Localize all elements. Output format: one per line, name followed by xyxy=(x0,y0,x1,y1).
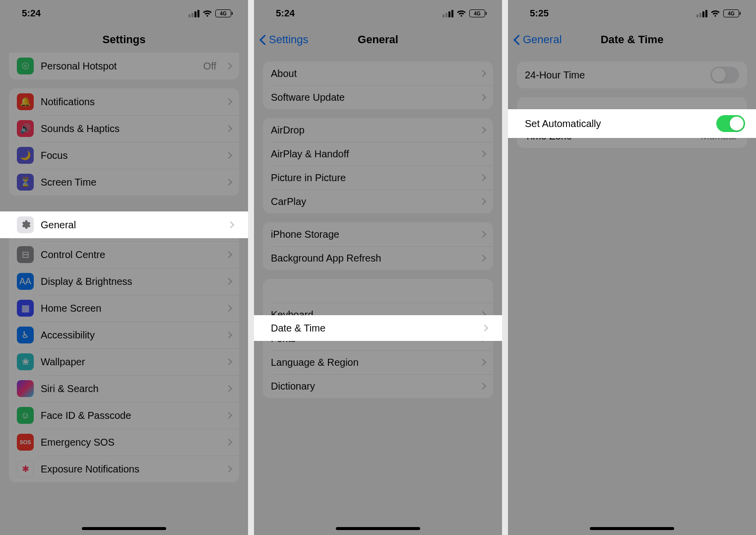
chevron-right-icon xyxy=(225,466,232,472)
settings-list[interactable]: ⦾ Personal Hotspot Off 🔔 Notifications 🔊… xyxy=(0,53,248,512)
chevron-right-icon xyxy=(225,98,232,105)
chevron-right-icon xyxy=(479,255,486,262)
chevron-right-icon xyxy=(479,174,486,181)
highlight-general: General xyxy=(0,211,248,238)
row-label: Exposure Notifications xyxy=(41,464,219,475)
row-24-hour-time[interactable]: 24-Hour Time xyxy=(517,62,747,88)
battery-icon: 4G xyxy=(215,9,231,17)
chevron-right-icon xyxy=(225,251,232,258)
chevron-left-icon xyxy=(515,34,522,45)
toggle-24-hour[interactable] xyxy=(710,67,739,83)
status-bar: 5:24 4G xyxy=(254,0,502,27)
row-label: Background App Refresh xyxy=(271,253,473,264)
row-home-screen[interactable]: ▦ Home Screen xyxy=(9,295,239,322)
row-general[interactable]: General xyxy=(0,211,248,238)
row-control-centre[interactable]: ⊟ Control Centre xyxy=(9,241,239,268)
row-airplay-handoff[interactable]: AirPlay & Handoff xyxy=(263,142,493,166)
row-wallpaper[interactable]: ❀ Wallpaper xyxy=(9,348,239,375)
status-time: 5:24 xyxy=(276,8,295,19)
row-emergency-sos[interactable]: SOS Emergency SOS xyxy=(9,429,239,456)
row-siri-search[interactable]: Siri & Search xyxy=(9,375,239,402)
display-icon: AA xyxy=(17,273,34,290)
chevron-right-icon xyxy=(479,94,486,101)
gear-icon xyxy=(17,216,34,233)
cellular-signal-icon xyxy=(189,10,199,17)
chevron-right-icon xyxy=(479,70,486,77)
row-label: Emergency SOS xyxy=(41,437,219,448)
battery-icon: 4G xyxy=(469,9,485,17)
row-airdrop[interactable]: AirDrop xyxy=(263,118,493,142)
row-accessibility[interactable]: ♿︎ Accessibility xyxy=(9,322,239,348)
row-software-update[interactable]: Software Update xyxy=(263,85,493,109)
row-set-automatically[interactable]: Set Automatically xyxy=(508,109,756,138)
row-label: Accessibility xyxy=(41,330,219,341)
toggle-set-automatically[interactable] xyxy=(716,115,745,132)
row-label: 24-Hour Time xyxy=(525,69,703,81)
chevron-right-icon xyxy=(481,325,488,332)
chevron-right-icon xyxy=(225,332,232,338)
chevron-right-icon xyxy=(479,127,486,134)
row-label: Set Automatically xyxy=(525,118,709,130)
home-screen-icon: ▦ xyxy=(17,300,34,317)
notifications-icon: 🔔 xyxy=(17,93,34,110)
row-label: Picture in Picture xyxy=(271,172,473,184)
row-screen-time[interactable]: ⏳ Screen Time xyxy=(9,169,239,196)
chevron-right-icon xyxy=(225,278,232,285)
row-about[interactable]: About xyxy=(263,62,493,85)
row-notifications[interactable]: 🔔 Notifications xyxy=(9,88,239,115)
row-label: Face ID & Passcode xyxy=(41,410,219,421)
row-dictionary[interactable]: Dictionary xyxy=(263,374,493,398)
row-date-time[interactable]: Date & Time xyxy=(254,315,502,341)
panel-general: 5:24 4G Settings General About Software … xyxy=(254,0,502,535)
face-id-icon: ☺︎ xyxy=(17,407,34,424)
accessibility-icon: ♿︎ xyxy=(17,327,34,343)
row-picture-in-picture[interactable]: Picture in Picture xyxy=(263,166,493,190)
row-exposure-notifications[interactable]: ✱ Exposure Notifications xyxy=(9,456,239,482)
home-indicator[interactable] xyxy=(590,527,674,530)
status-bar: 5:25 4G xyxy=(508,0,756,27)
general-list[interactable]: About Software Update AirDrop AirPlay & … xyxy=(254,62,502,428)
status-time: 5:25 xyxy=(530,8,549,19)
status-right: 4G xyxy=(696,9,739,17)
chevron-right-icon xyxy=(225,125,232,132)
page-title: General xyxy=(358,33,398,46)
row-label: AirPlay & Handoff xyxy=(271,148,473,160)
focus-icon: 🌙 xyxy=(17,147,34,164)
row-sounds-haptics[interactable]: 🔊 Sounds & Haptics xyxy=(9,115,239,142)
chevron-right-icon xyxy=(225,439,232,446)
back-label: Settings xyxy=(269,33,309,46)
row-label: Control Centre xyxy=(41,249,219,261)
battery-icon: 4G xyxy=(723,9,739,17)
chevron-right-icon xyxy=(479,359,486,366)
row-focus[interactable]: 🌙 Focus xyxy=(9,142,239,169)
row-carplay[interactable]: CarPlay xyxy=(263,190,493,213)
chevron-right-icon xyxy=(225,385,232,392)
home-indicator[interactable] xyxy=(82,527,166,530)
back-button[interactable]: General xyxy=(515,33,562,46)
row-language-region[interactable]: Language & Region xyxy=(263,350,493,374)
home-indicator[interactable] xyxy=(336,527,420,530)
row-value: Off xyxy=(203,61,216,72)
row-background-app-refresh[interactable]: Background App Refresh xyxy=(263,246,493,270)
row-label: Display & Brightness xyxy=(41,276,219,287)
row-label: Siri & Search xyxy=(41,383,219,395)
row-face-id[interactable]: ☺︎ Face ID & Passcode xyxy=(9,402,239,429)
cellular-signal-icon xyxy=(696,10,707,17)
row-iphone-storage[interactable]: iPhone Storage xyxy=(263,222,493,246)
row-label: Home Screen xyxy=(41,303,219,314)
control-centre-icon: ⊟ xyxy=(17,246,34,263)
row-display-brightness[interactable]: AA Display & Brightness xyxy=(9,268,239,295)
cellular-signal-icon xyxy=(442,10,453,17)
back-button[interactable]: Settings xyxy=(261,33,309,46)
exposure-icon: ✱ xyxy=(17,461,34,477)
wifi-icon xyxy=(456,10,466,17)
chevron-right-icon xyxy=(479,198,486,205)
row-label: General xyxy=(41,219,221,231)
row-personal-hotspot[interactable]: ⦾ Personal Hotspot Off xyxy=(9,53,239,79)
row-label: Software Update xyxy=(271,92,473,103)
row-label: iPhone Storage xyxy=(271,229,473,240)
chevron-right-icon xyxy=(479,231,486,238)
back-label: General xyxy=(523,33,562,46)
highlight-date-time: Date & Time xyxy=(254,315,502,341)
panel-date-time: 5:25 4G General Date & Time 24-Hour Time… xyxy=(508,0,756,535)
